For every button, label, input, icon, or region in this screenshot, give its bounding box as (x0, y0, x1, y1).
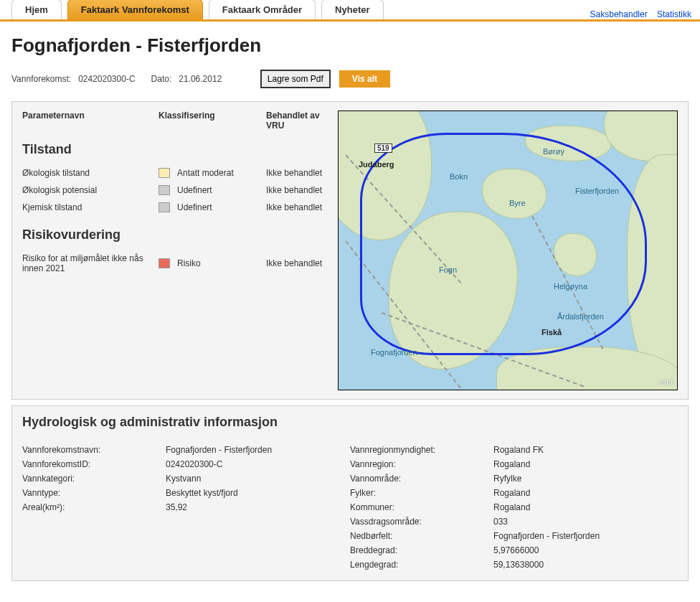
tab-nyheter[interactable]: Nyheter (321, 0, 383, 19)
kv-key: Vannforekomstnavn: (22, 445, 166, 455)
kv-value: Rogaland FK (493, 445, 678, 455)
kv-value: 59,13638000 (493, 560, 678, 570)
tab-hjem[interactable]: Hjem (11, 0, 62, 19)
status-panel: Parameternavn Klassifisering Behandlet a… (11, 101, 689, 400)
kv-key: Vannområde: (350, 474, 493, 484)
kv-row: Breddegrad:5,97666000 (350, 543, 678, 558)
kv-key: Vannregionmyndighet: (350, 445, 493, 455)
klassifisering-cell: Antatt moderat (159, 168, 266, 178)
kv-row: Vannregionmyndighet:Rogaland FK (350, 443, 678, 457)
behandlet-text: Ikke behandlet (266, 258, 338, 268)
meta-vf-value: 0242020300-C (78, 74, 135, 84)
kv-row: Vannforekomstnavn:Fognafjorden - Fisterf… (22, 443, 350, 457)
param-name: Kjemisk tilstand (22, 202, 159, 212)
kv-key: Kommuner: (350, 502, 493, 512)
road-sign-519: 519 (374, 144, 392, 153)
klassifisering-text: Udefinert (177, 185, 212, 195)
kv-key: Vannregion: (350, 459, 493, 469)
kv-key: Vannkategori: (22, 474, 166, 484)
kv-value: Beskyttet kyst/fjord (166, 488, 350, 498)
top-nav: Hjem Faktaark Vannforekomst Faktaark Omr… (0, 0, 700, 22)
hydro-title: Hydrologisk og administrativ informasjon (22, 415, 678, 430)
kv-row: Fylker:Rogaland (350, 486, 678, 500)
kv-key: Fylker: (350, 488, 493, 498)
table-row: Økologisk tilstandAntatt moderatIkke beh… (22, 164, 338, 182)
kv-row: Vannregion:Rogaland (350, 457, 678, 471)
map-town-fiska: Fiskå (541, 328, 562, 337)
kv-key: Vassdragsområde: (350, 517, 493, 527)
color-swatch (159, 185, 170, 195)
kv-value: Rogaland (493, 502, 678, 512)
link-statistikk[interactable]: Statistikk (657, 9, 691, 19)
kv-value: 35,92 (166, 502, 350, 512)
klassifisering-text: Antatt moderat (177, 168, 234, 178)
top-links: Saksbehandler Statistikk (583, 9, 691, 19)
map[interactable]: 519 Judaberg Fiskå Bokn Byre Fisterfjord… (338, 110, 678, 390)
kv-key: Vanntype: (22, 488, 166, 498)
color-swatch (159, 168, 170, 178)
kv-row: Kommuner:Rogaland (350, 500, 678, 514)
section-tilstand: Tilstand (22, 142, 338, 157)
color-swatch (159, 202, 170, 212)
kv-value: 5,97666000 (493, 545, 678, 555)
param-name: Økologisk tilstand (22, 168, 159, 178)
map-label-helgoyna: Helgøyna (554, 282, 587, 291)
map-label-bokn: Bokn (450, 172, 468, 181)
meta-dato-value: 21.06.2012 (179, 74, 222, 84)
behandlet-text: Ikke behandlet (266, 185, 338, 195)
kv-row: VannforekomstID:0242020300-C (22, 457, 350, 471)
page-title: Fognafjorden - Fisterfjorden (11, 34, 390, 57)
kv-row: Vannkategori:Kystvann (22, 471, 350, 486)
color-swatch (159, 258, 170, 268)
col-behandlet: Behandlet av VRU (266, 110, 338, 131)
kv-key: Nedbørfelt: (350, 531, 493, 541)
meta-vf-label: Vannforekomst: (11, 74, 71, 84)
kv-row: Lengdegrad:59,13638000 (350, 558, 678, 572)
col-parameternavn: Parameternavn (22, 110, 159, 131)
kv-key: Breddegrad: (350, 545, 493, 555)
map-town-judaberg: Judaberg (359, 160, 394, 169)
tab-faktaark-vannforekomst[interactable]: Faktaark Vannforekomst (67, 0, 203, 19)
kv-value: 033 (493, 517, 678, 527)
table-row: Økologisk potensialUdefinertIkke behandl… (22, 182, 338, 199)
map-label-ardalsfjorden: Årdalsfjorden (557, 312, 604, 321)
behandlet-text: Ikke behandlet (266, 168, 338, 178)
kv-value: 0242020300-C (166, 459, 350, 469)
klassifisering-cell: Udefinert (159, 185, 266, 195)
param-name: Risiko for at miljømålet ikke nås innen … (22, 253, 159, 273)
col-klassifisering: Klassifisering (159, 110, 266, 131)
kv-key: Lengdegrad: (350, 560, 493, 570)
map-label-boroy: Børøy (543, 147, 564, 156)
map-label-fognafjorden: Fognafjorden (371, 348, 417, 357)
pdf-button[interactable]: Lagre som Pdf (260, 70, 331, 88)
meta-dato-label: Dato: (151, 74, 172, 84)
kv-row: Vanntype:Beskyttet kyst/fjord (22, 486, 350, 500)
kv-row: Vannområde:Ryfylke (350, 471, 678, 486)
map-label-fogn: Fogn (439, 265, 457, 274)
kv-value: Fognafjorden - Fisterfjorden (166, 445, 350, 455)
hydro-panel: Hydrologisk og administrativ informasjon… (11, 405, 689, 581)
map-label-fisterfjorden: Fisterfjorden (575, 187, 619, 195)
vis-alt-button[interactable]: Vis alt (339, 70, 390, 88)
kv-value: Fognafjorden - Fisterfjorden (493, 531, 678, 541)
klassifisering-text: Risiko (177, 258, 201, 268)
table-header: Parameternavn Klassifisering Behandlet a… (22, 110, 338, 131)
kv-value: Rogaland (493, 459, 678, 469)
kv-row: Areal(km²):35,92 (22, 500, 350, 514)
link-saksbehandler[interactable]: Saksbehandler (590, 9, 648, 19)
klassifisering-cell: Udefinert (159, 202, 266, 212)
meta-row: Vannforekomst: 0242020300-C Dato: 21.06.… (11, 70, 390, 88)
kv-value: Ryfylke (493, 474, 678, 484)
table-row: Kjemisk tilstandUdefinertIkke behandlet (22, 199, 338, 216)
kv-value: Kystvann (166, 474, 350, 484)
map-label-byre: Byre (509, 199, 526, 207)
kv-key: Areal(km²): (22, 502, 166, 512)
klassifisering-text: Udefinert (177, 202, 212, 212)
tab-faktaark-omrader[interactable]: Faktaark Områder (209, 0, 316, 19)
param-name: Økologisk potensial (22, 185, 159, 195)
kv-value: Rogaland (493, 488, 678, 498)
kv-key: VannforekomstID: (22, 459, 166, 469)
kv-row: Vassdragsområde:033 (350, 514, 678, 529)
klassifisering-cell: Risiko (159, 258, 266, 268)
kv-row: Nedbørfelt:Fognafjorden - Fisterfjorden (350, 529, 678, 543)
